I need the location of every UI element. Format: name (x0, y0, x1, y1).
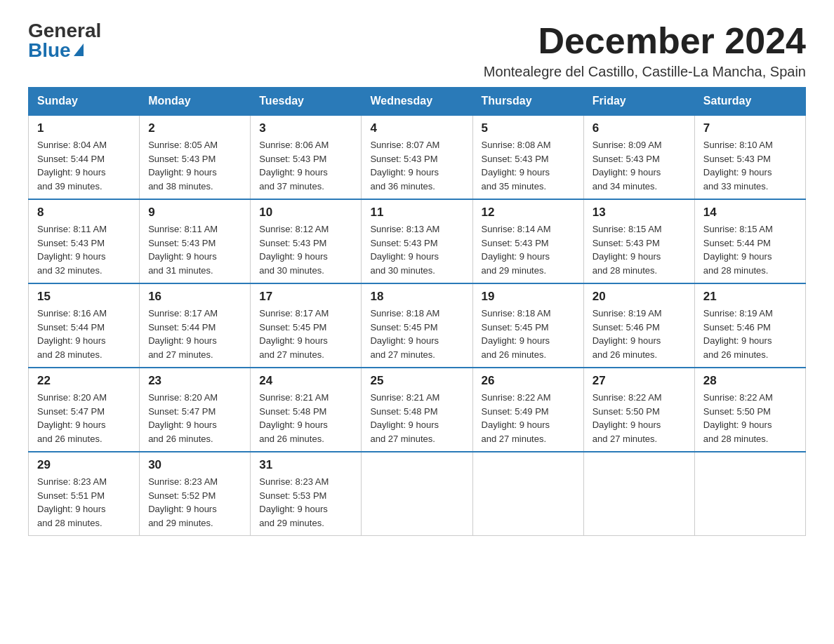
calendar-cell: 12Sunrise: 8:14 AMSunset: 5:43 PMDayligh… (472, 199, 583, 283)
calendar-cell: 16Sunrise: 8:17 AMSunset: 5:44 PMDayligh… (140, 283, 251, 368)
day-info: Sunrise: 8:22 AMSunset: 5:50 PMDaylight:… (703, 391, 797, 445)
calendar-cell (362, 452, 472, 536)
calendar-cell: 23Sunrise: 8:20 AMSunset: 5:47 PMDayligh… (140, 368, 251, 452)
day-info: Sunrise: 8:15 AMSunset: 5:44 PMDaylight:… (703, 222, 797, 277)
day-info: Sunrise: 8:23 AMSunset: 5:51 PMDaylight:… (37, 475, 131, 530)
day-number: 19 (482, 290, 575, 304)
calendar-cell: 28Sunrise: 8:22 AMSunset: 5:50 PMDayligh… (694, 368, 805, 452)
calendar-table: SundayMondayTuesdayWednesdayThursdayFrid… (28, 87, 806, 536)
calendar-cell: 13Sunrise: 8:15 AMSunset: 5:43 PMDayligh… (583, 199, 694, 283)
header-wednesday: Wednesday (362, 88, 472, 116)
day-info: Sunrise: 8:16 AMSunset: 5:44 PMDaylight:… (37, 307, 131, 361)
day-number: 24 (259, 374, 352, 388)
page-header: General Blue December 2024 Montealegre d… (28, 21, 806, 80)
week-row-3: 15Sunrise: 8:16 AMSunset: 5:44 PMDayligh… (29, 283, 806, 368)
day-info: Sunrise: 8:12 AMSunset: 5:43 PMDaylight:… (259, 222, 352, 277)
calendar-cell: 9Sunrise: 8:11 AMSunset: 5:43 PMDaylight… (140, 199, 251, 283)
day-info: Sunrise: 8:17 AMSunset: 5:45 PMDaylight:… (259, 307, 352, 361)
header-friday: Friday (583, 88, 694, 116)
day-info: Sunrise: 8:09 AMSunset: 5:43 PMDaylight:… (593, 138, 686, 193)
day-info: Sunrise: 8:22 AMSunset: 5:49 PMDaylight:… (482, 391, 575, 445)
month-title: December 2024 (484, 21, 806, 61)
calendar-cell: 7Sunrise: 8:10 AMSunset: 5:43 PMDaylight… (694, 115, 805, 199)
day-info: Sunrise: 8:06 AMSunset: 5:43 PMDaylight:… (259, 138, 352, 193)
day-number: 10 (259, 206, 352, 220)
calendar-cell: 25Sunrise: 8:21 AMSunset: 5:48 PMDayligh… (362, 368, 472, 452)
day-info: Sunrise: 8:05 AMSunset: 5:43 PMDaylight:… (148, 138, 241, 193)
calendar-cell: 17Sunrise: 8:17 AMSunset: 5:45 PMDayligh… (251, 283, 362, 368)
day-number: 18 (370, 290, 463, 304)
title-section: December 2024 Montealegre del Castillo, … (484, 21, 806, 80)
day-number: 9 (148, 206, 241, 220)
day-info: Sunrise: 8:10 AMSunset: 5:43 PMDaylight:… (703, 138, 797, 193)
day-number: 1 (37, 121, 131, 135)
week-row-4: 22Sunrise: 8:20 AMSunset: 5:47 PMDayligh… (29, 368, 806, 452)
logo-triangle-icon (74, 43, 84, 56)
calendar-cell: 4Sunrise: 8:07 AMSunset: 5:43 PMDaylight… (362, 115, 472, 199)
day-number: 12 (482, 206, 575, 220)
day-info: Sunrise: 8:11 AMSunset: 5:43 PMDaylight:… (37, 222, 131, 277)
calendar-cell: 14Sunrise: 8:15 AMSunset: 5:44 PMDayligh… (694, 199, 805, 283)
day-header-row: SundayMondayTuesdayWednesdayThursdayFrid… (29, 88, 806, 116)
calendar-cell: 21Sunrise: 8:19 AMSunset: 5:46 PMDayligh… (694, 283, 805, 368)
day-info: Sunrise: 8:08 AMSunset: 5:43 PMDaylight:… (482, 138, 575, 193)
calendar-cell: 8Sunrise: 8:11 AMSunset: 5:43 PMDaylight… (29, 199, 140, 283)
day-number: 4 (370, 121, 463, 135)
calendar-cell: 26Sunrise: 8:22 AMSunset: 5:49 PMDayligh… (472, 368, 583, 452)
calendar-cell: 29Sunrise: 8:23 AMSunset: 5:51 PMDayligh… (29, 452, 140, 536)
day-info: Sunrise: 8:23 AMSunset: 5:53 PMDaylight:… (259, 475, 352, 530)
day-number: 14 (703, 206, 797, 220)
day-info: Sunrise: 8:04 AMSunset: 5:44 PMDaylight:… (37, 138, 131, 193)
week-row-2: 8Sunrise: 8:11 AMSunset: 5:43 PMDaylight… (29, 199, 806, 283)
calendar-cell: 27Sunrise: 8:22 AMSunset: 5:50 PMDayligh… (583, 368, 694, 452)
day-info: Sunrise: 8:15 AMSunset: 5:43 PMDaylight:… (593, 222, 686, 277)
calendar-cell: 3Sunrise: 8:06 AMSunset: 5:43 PMDaylight… (251, 115, 362, 199)
day-number: 23 (148, 374, 241, 388)
day-info: Sunrise: 8:20 AMSunset: 5:47 PMDaylight:… (37, 391, 131, 445)
location-subtitle: Montealegre del Castillo, Castille-La Ma… (484, 64, 806, 80)
calendar-cell (472, 452, 583, 536)
day-number: 25 (370, 374, 463, 388)
day-info: Sunrise: 8:18 AMSunset: 5:45 PMDaylight:… (370, 307, 463, 361)
calendar-cell: 1Sunrise: 8:04 AMSunset: 5:44 PMDaylight… (29, 115, 140, 199)
header-saturday: Saturday (694, 88, 805, 116)
day-number: 17 (259, 290, 352, 304)
day-number: 22 (37, 374, 131, 388)
day-number: 16 (148, 290, 241, 304)
calendar-cell: 31Sunrise: 8:23 AMSunset: 5:53 PMDayligh… (251, 452, 362, 536)
day-info: Sunrise: 8:21 AMSunset: 5:48 PMDaylight:… (370, 391, 463, 445)
day-number: 28 (703, 374, 797, 388)
day-info: Sunrise: 8:17 AMSunset: 5:44 PMDaylight:… (148, 307, 241, 361)
calendar-cell: 6Sunrise: 8:09 AMSunset: 5:43 PMDaylight… (583, 115, 694, 199)
day-info: Sunrise: 8:13 AMSunset: 5:43 PMDaylight:… (370, 222, 463, 277)
calendar-cell (583, 452, 694, 536)
day-info: Sunrise: 8:14 AMSunset: 5:43 PMDaylight:… (482, 222, 575, 277)
calendar-cell: 20Sunrise: 8:19 AMSunset: 5:46 PMDayligh… (583, 283, 694, 368)
day-number: 26 (482, 374, 575, 388)
logo-blue-text: Blue (28, 41, 84, 60)
day-number: 30 (148, 458, 241, 472)
day-info: Sunrise: 8:19 AMSunset: 5:46 PMDaylight:… (703, 307, 797, 361)
logo: General Blue (28, 21, 101, 60)
calendar-cell: 24Sunrise: 8:21 AMSunset: 5:48 PMDayligh… (251, 368, 362, 452)
calendar-cell (694, 452, 805, 536)
day-number: 13 (593, 206, 686, 220)
day-info: Sunrise: 8:21 AMSunset: 5:48 PMDaylight:… (259, 391, 352, 445)
day-number: 11 (370, 206, 463, 220)
header-tuesday: Tuesday (251, 88, 362, 116)
day-number: 8 (37, 206, 131, 220)
calendar-cell: 5Sunrise: 8:08 AMSunset: 5:43 PMDaylight… (472, 115, 583, 199)
header-thursday: Thursday (472, 88, 583, 116)
day-number: 29 (37, 458, 131, 472)
day-info: Sunrise: 8:07 AMSunset: 5:43 PMDaylight:… (370, 138, 463, 193)
day-number: 3 (259, 121, 352, 135)
calendar-cell: 22Sunrise: 8:20 AMSunset: 5:47 PMDayligh… (29, 368, 140, 452)
day-number: 21 (703, 290, 797, 304)
header-sunday: Sunday (29, 88, 140, 116)
logo-general-text: General (28, 21, 101, 41)
header-monday: Monday (140, 88, 251, 116)
day-info: Sunrise: 8:20 AMSunset: 5:47 PMDaylight:… (148, 391, 241, 445)
calendar-cell: 10Sunrise: 8:12 AMSunset: 5:43 PMDayligh… (251, 199, 362, 283)
day-info: Sunrise: 8:18 AMSunset: 5:45 PMDaylight:… (482, 307, 575, 361)
calendar-cell: 2Sunrise: 8:05 AMSunset: 5:43 PMDaylight… (140, 115, 251, 199)
